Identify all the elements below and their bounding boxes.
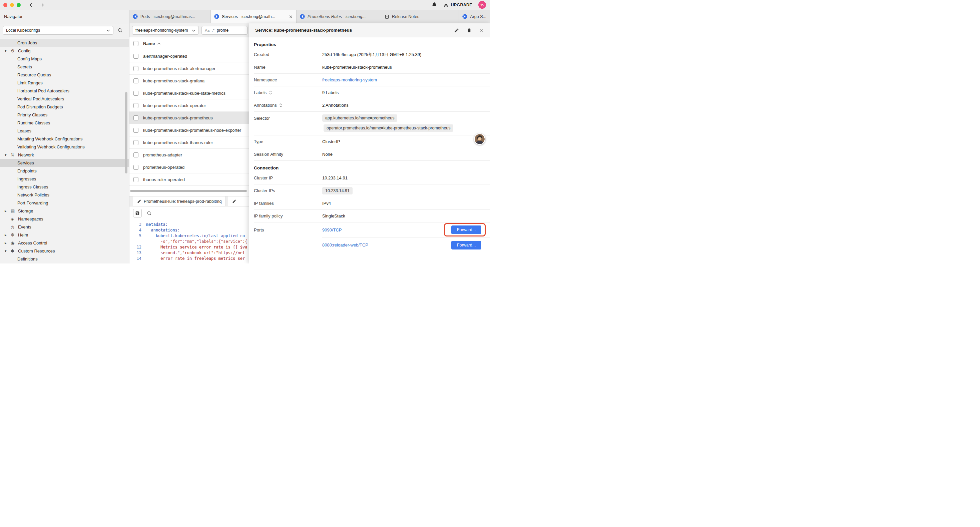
row-checkbox[interactable] [134, 140, 138, 145]
sidebar-item[interactable]: Definitions [0, 255, 129, 263]
row-checkbox[interactable] [134, 177, 138, 182]
notifications-bell-icon[interactable] [432, 2, 437, 8]
sort-asc-icon[interactable] [157, 42, 161, 45]
sidebar-item[interactable]: Secrets [0, 63, 129, 71]
close-tab-icon[interactable] [289, 15, 293, 19]
port-link[interactable]: 9090/TCP [322, 228, 342, 232]
sidebar-item[interactable]: Priority Classes [0, 111, 129, 119]
dock-tab-prometheusrule[interactable]: PrometheusRule: freeleaps-prod-rabbitmq [133, 196, 226, 206]
sidebar-item[interactable]: Config Maps [0, 55, 129, 63]
twisty-icon[interactable] [5, 49, 11, 53]
sidebar-item[interactable]: Endpoints [0, 167, 129, 175]
zoom-window-button[interactable] [17, 3, 21, 7]
select-all-checkbox[interactable] [134, 41, 138, 46]
sidebar-item[interactable]: Vertical Pod Autoscalers [0, 95, 129, 103]
sidebar-item[interactable]: Horizontal Pod Autoscalers [0, 87, 129, 95]
labels-row: Labels 9 Labels [254, 86, 490, 99]
sidebar-item[interactable]: Cron Jobs [0, 39, 129, 47]
sidebar-item[interactable]: Limit Ranges [0, 79, 129, 87]
kubeconfig-select[interactable]: Local Kubeconfigs [3, 26, 113, 35]
edit-resource-button[interactable] [454, 28, 459, 33]
sidebar-item[interactable]: Mutating Webhook Configurations [0, 135, 129, 143]
sidebar-item[interactable]: Custom Resources [0, 247, 129, 255]
sidebar-item[interactable]: Namespaces [0, 215, 129, 223]
line-number: 3 [129, 222, 142, 228]
table-search-input[interactable] [217, 28, 237, 33]
sidebar-item[interactable]: Resource Quotas [0, 71, 129, 79]
minimize-window-button[interactable] [10, 3, 14, 7]
row-checkbox[interactable] [134, 78, 138, 83]
twisty-icon[interactable] [5, 153, 11, 157]
sidebar-scrollbar[interactable] [125, 92, 127, 174]
namespace-row: Namespace freeleaps-monitoring-system [254, 74, 490, 86]
sidebar-item-label: Endpoints [18, 169, 37, 174]
sidebar-item[interactable]: Access Control [0, 239, 129, 247]
service-name: prometheus-adapter [143, 153, 182, 158]
save-button[interactable] [133, 209, 142, 218]
twisty-icon[interactable] [5, 249, 11, 253]
row-checkbox[interactable] [134, 153, 138, 158]
row-checkbox[interactable] [134, 115, 138, 120]
drawer-header: Service: kube-prometheus-stack-prometheu… [249, 23, 490, 37]
sidebar-item[interactable]: Events [0, 223, 129, 231]
editor-tab[interactable]: Prometheus Rules - icecheng... [296, 10, 381, 23]
expand-values-icon[interactable] [269, 91, 272, 95]
sidebar-item[interactable]: Storage [0, 207, 129, 215]
sidebar-item[interactable]: Ingresses [0, 175, 129, 183]
scrollbar-thumb[interactable] [130, 190, 247, 192]
close-window-button[interactable] [3, 3, 7, 7]
nav-back-button[interactable] [29, 2, 35, 8]
selector-badge: operator.prometheus.io/name=kube-prometh… [323, 124, 453, 132]
row-checkbox[interactable] [134, 128, 138, 133]
port-forward-button[interactable]: Forward... [451, 226, 481, 234]
sidebar-item[interactable]: Helm [0, 231, 129, 239]
delete-resource-button[interactable] [467, 28, 472, 33]
sidebar-item-label: Access Control [18, 240, 47, 245]
twisty-icon[interactable] [5, 241, 11, 245]
port-link[interactable]: 8080:reloader-web/TCP [322, 242, 368, 247]
sidebar-item[interactable]: Leases [0, 127, 129, 135]
navigator-search-icon[interactable] [118, 28, 123, 33]
namespace-select[interactable]: freeleaps-monitoring-system [132, 26, 199, 35]
row-checkbox[interactable] [134, 103, 138, 108]
row-checkbox[interactable] [134, 66, 138, 71]
nav-forward-button[interactable] [39, 2, 45, 8]
editor-tab[interactable]: Release Notes [381, 10, 459, 23]
dock-tab-label: PrometheusRule: freeleaps-prod-rabbitmq [144, 199, 221, 204]
close-drawer-button[interactable] [479, 28, 484, 33]
sidebar-item[interactable]: Config [0, 47, 129, 55]
editor-tab[interactable]: Argo S... [459, 10, 490, 23]
namespace-link[interactable]: freeleaps-monitoring-system [322, 77, 377, 83]
expand-values-icon[interactable] [279, 103, 283, 107]
service-details-drawer: Service: kube-prometheus-stack-prometheu… [249, 23, 490, 263]
category-icon [11, 217, 18, 221]
sidebar-item-label: Pod Disruption Budgets [18, 104, 63, 110]
row-checkbox[interactable] [134, 54, 138, 59]
row-checkbox[interactable] [134, 91, 138, 96]
sidebar-item[interactable]: Port Forwarding [0, 199, 129, 207]
regex-toggle[interactable]: .* [212, 29, 215, 32]
sidebar-item-label: Storage [18, 209, 33, 213]
sidebar-item[interactable]: Network Policies [0, 191, 129, 199]
port-forward-button[interactable]: Forward... [451, 241, 481, 250]
notification-count-badge[interactable]: 15 [478, 1, 486, 9]
sidebar-item[interactable]: Validating Webhook Configurations [0, 143, 129, 151]
sidebar-item[interactable]: Ingress Classes [0, 183, 129, 191]
editor-tab[interactable]: Pods - icecheng@mathmas... [129, 10, 211, 23]
editor-tab[interactable]: Services - icecheng@math... [211, 10, 296, 23]
horizontal-scrollbar[interactable] [129, 190, 249, 193]
sidebar-item[interactable]: Pod Disruption Budgets [0, 103, 129, 111]
sidebar-item[interactable]: Network [0, 151, 129, 159]
line-text: Metrics service error rate is {{ $va [146, 245, 247, 250]
editor-search-icon[interactable] [147, 211, 152, 216]
book-icon [385, 14, 389, 19]
row-checkbox[interactable] [134, 165, 138, 170]
presenter-avatar [474, 134, 485, 145]
upgrade-button[interactable]: UPGRADE [443, 2, 473, 8]
twisty-icon[interactable] [5, 209, 11, 213]
sidebar-item[interactable]: Services [0, 159, 129, 167]
chevron-down-icon [107, 29, 110, 32]
match-case-toggle[interactable]: Aa [205, 29, 210, 32]
twisty-icon[interactable] [5, 233, 11, 237]
sidebar-item[interactable]: Runtime Classes [0, 119, 129, 127]
